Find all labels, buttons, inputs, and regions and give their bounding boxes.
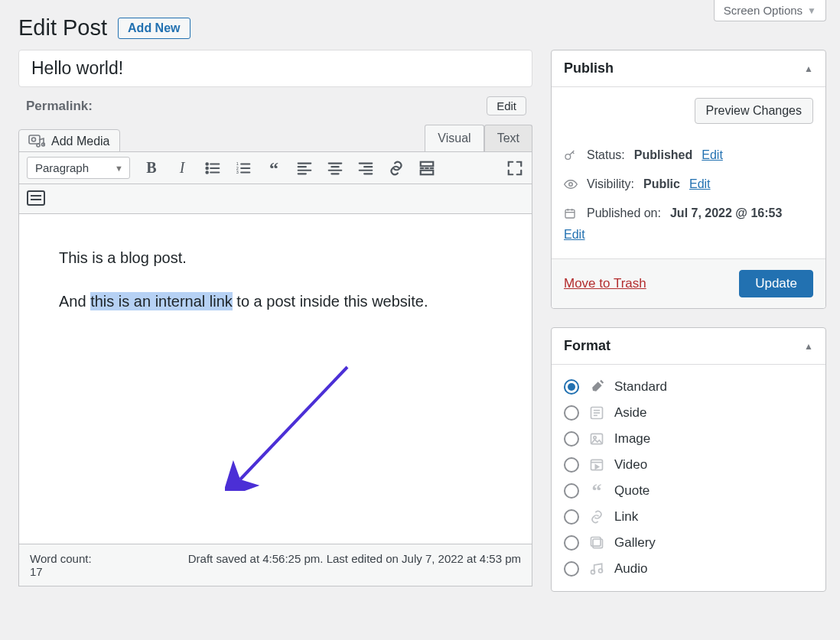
format-option-quote[interactable]: “Quote <box>564 478 813 504</box>
svg-rect-0 <box>29 135 40 144</box>
status-edit-link[interactable]: Edit <box>702 148 723 162</box>
gallery-icon <box>588 535 605 551</box>
align-left-button[interactable] <box>295 159 314 177</box>
radio-icon <box>564 379 579 395</box>
numbered-list-button[interactable]: 123 <box>234 159 252 177</box>
audio-icon <box>588 561 605 577</box>
link-icon <box>588 509 605 525</box>
aside-icon <box>588 405 605 421</box>
format-option-label: Standard <box>614 379 667 395</box>
svg-point-51 <box>599 569 603 573</box>
blockquote-button[interactable]: “ <box>265 159 283 177</box>
editor-toolbar: Paragraph ▼ B I 123 “ <box>18 151 532 184</box>
screen-options-button[interactable]: Screen Options ▼ <box>714 0 826 21</box>
format-option-audio[interactable]: Audio <box>564 556 813 582</box>
published-value: Jul 7, 2022 @ 16:53 <box>670 206 782 220</box>
svg-point-45 <box>594 437 596 439</box>
text-run: to a post inside this website. <box>233 293 428 310</box>
svg-rect-28 <box>421 161 434 166</box>
status-value: Published <box>634 148 692 162</box>
svg-point-4 <box>206 163 207 164</box>
editor-paragraph: And this is an internal link to a post i… <box>59 293 492 310</box>
selected-text: this is an internal link <box>90 292 233 310</box>
image-icon <box>588 431 605 447</box>
format-title: Format <box>564 338 610 354</box>
eye-icon <box>564 179 578 190</box>
format-option-gallery[interactable]: Gallery <box>564 530 813 556</box>
radio-icon <box>564 483 579 499</box>
camera-music-icon <box>28 135 45 148</box>
add-new-button[interactable]: Add New <box>118 18 190 39</box>
read-more-button[interactable] <box>418 159 436 177</box>
editor-paragraph: This is a blog post. <box>59 249 492 267</box>
standard-icon <box>588 379 605 395</box>
svg-point-6 <box>206 171 207 173</box>
svg-point-5 <box>206 167 207 168</box>
svg-point-2 <box>37 144 40 147</box>
svg-point-34 <box>565 154 571 160</box>
move-to-trash-link[interactable]: Move to Trash <box>564 276 646 291</box>
format-option-label: Image <box>614 431 650 447</box>
publish-toggle[interactable]: Publish ▲ <box>552 50 825 87</box>
word-count-label: Word count: <box>30 552 92 565</box>
tab-visual[interactable]: Visual <box>425 125 483 151</box>
visibility-label: Visibility: <box>587 177 634 191</box>
bulleted-list-button[interactable] <box>203 159 222 177</box>
update-button[interactable]: Update <box>739 270 813 297</box>
screen-options-label: Screen Options <box>724 4 803 17</box>
calendar-icon <box>564 207 578 219</box>
visibility-value: Public <box>643 177 680 191</box>
format-option-label: Link <box>614 509 638 525</box>
svg-point-35 <box>569 183 573 187</box>
status-label: Status: <box>587 148 625 162</box>
svg-point-1 <box>32 138 36 141</box>
published-label: Published on: <box>587 206 661 220</box>
editor-status-bar: Word count: 17 Draft saved at 4:56:25 pm… <box>18 544 532 586</box>
page-title: Edit Post <box>18 15 107 41</box>
chevron-up-icon: ▲ <box>804 63 813 74</box>
italic-button[interactable]: I <box>173 159 191 177</box>
radio-icon <box>564 431 579 447</box>
caret-down-icon: ▼ <box>115 164 123 173</box>
fullscreen-button[interactable] <box>506 159 524 177</box>
tab-text[interactable]: Text <box>484 125 532 151</box>
video-icon <box>588 457 605 473</box>
save-info: Draft saved at 4:56:25 pm. Last edited o… <box>188 552 521 578</box>
format-option-aside[interactable]: Aside <box>564 400 813 426</box>
format-option-label: Gallery <box>614 535 656 551</box>
post-title-input[interactable] <box>18 50 532 87</box>
format-option-image[interactable]: Image <box>564 426 813 452</box>
format-option-label: Quote <box>614 483 650 499</box>
align-right-button[interactable] <box>357 159 375 177</box>
radio-icon <box>564 561 579 577</box>
publish-title: Publish <box>564 60 614 76</box>
format-toggle[interactable]: Format ▲ <box>552 328 825 365</box>
radio-icon <box>564 535 579 551</box>
key-icon <box>564 149 578 161</box>
radio-icon <box>564 509 579 525</box>
svg-point-50 <box>591 570 595 574</box>
insert-link-button[interactable] <box>387 159 405 177</box>
published-edit-link[interactable]: Edit <box>564 228 585 242</box>
radio-icon <box>564 405 579 421</box>
format-option-video[interactable]: Video <box>564 452 813 478</box>
publish-metabox: Publish ▲ Preview Changes Status: Publis… <box>551 50 826 309</box>
text-run: And <box>59 293 90 310</box>
permalink-edit-button[interactable]: Edit <box>487 96 526 115</box>
permalink-label: Permalink: <box>26 99 93 114</box>
align-center-button[interactable] <box>326 159 344 177</box>
add-media-button[interactable]: Add Media <box>18 129 120 154</box>
keyboard-shortcuts-button[interactable] <box>27 189 45 207</box>
format-option-link[interactable]: Link <box>564 504 813 530</box>
format-option-label: Video <box>614 457 647 473</box>
editor-content-area[interactable]: This is a blog post. And this is an inte… <box>18 214 532 544</box>
block-format-select[interactable]: Paragraph ▼ <box>27 157 130 179</box>
svg-rect-32 <box>421 170 434 174</box>
preview-changes-button[interactable]: Preview Changes <box>695 98 813 124</box>
visibility-edit-link[interactable]: Edit <box>689 177 711 191</box>
chevron-down-icon: ▼ <box>807 5 816 16</box>
format-option-standard[interactable]: Standard <box>564 374 813 400</box>
block-format-value: Paragraph <box>35 161 89 174</box>
bold-button[interactable]: B <box>142 159 161 177</box>
word-count-value: 17 <box>30 565 43 578</box>
